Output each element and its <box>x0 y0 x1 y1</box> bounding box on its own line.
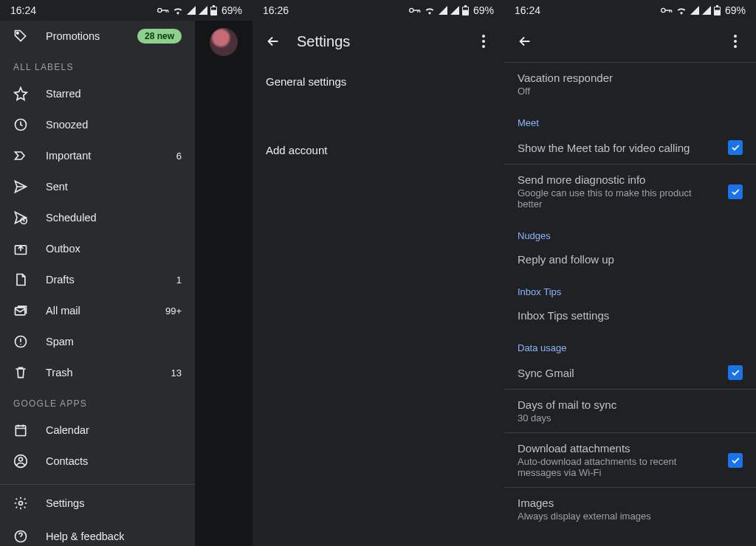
svg-point-13 <box>19 501 23 505</box>
drawer-count: 13 <box>171 367 182 379</box>
setting-title: Days of mail to sync <box>518 398 743 411</box>
checkbox-checked[interactable] <box>728 184 743 199</box>
drawer-item-snoozed[interactable]: Snoozed <box>0 109 195 140</box>
drawer-scrim[interactable] <box>195 21 252 546</box>
setting-inbox-tips[interactable]: Inbox Tips settings <box>504 300 756 331</box>
page-title: Settings <box>297 33 460 50</box>
drawer-item-calendar[interactable]: Calendar <box>0 415 195 446</box>
battery-icon <box>462 5 469 15</box>
drawer-item-all-mail[interactable]: All mail 99+ <box>0 295 195 326</box>
setting-diagnostic-info[interactable]: Send more diagnostic info Google can use… <box>504 165 756 218</box>
section-meet: Meet <box>504 106 756 131</box>
back-button[interactable] <box>258 27 288 56</box>
check-icon <box>730 187 740 197</box>
svg-point-11 <box>19 457 23 461</box>
setting-title: Reply and follow up <box>518 253 743 266</box>
drawer-item-label: Snoozed <box>46 119 182 131</box>
overflow-menu-button[interactable] <box>721 27 750 56</box>
drawer-item-outbox[interactable]: Outbox <box>0 233 195 264</box>
status-time: 16:24 <box>515 4 540 16</box>
spam-icon <box>13 334 28 349</box>
setting-title: Images <box>518 497 743 509</box>
drawer-item-sent[interactable]: Sent <box>0 171 195 202</box>
status-icons: 69% <box>661 4 746 16</box>
setting-subtitle: 30 days <box>518 412 743 424</box>
checkbox-checked[interactable] <box>728 140 743 155</box>
section-nudges: Nudges <box>504 218 756 244</box>
status-time: 16:26 <box>263 4 289 16</box>
drawer-item-label: Scheduled <box>46 212 182 224</box>
setting-download-attachments[interactable]: Download attachments Auto-download attac… <box>504 433 756 487</box>
stacked-mail-icon <box>13 303 28 318</box>
battery-percent: 69% <box>473 4 494 16</box>
overflow-menu-button[interactable] <box>469 27 498 56</box>
setting-subtitle: Google can use this to make this product… <box>518 187 716 210</box>
signal-icon <box>187 6 196 15</box>
send-icon <box>13 179 28 194</box>
svg-rect-22 <box>715 7 720 10</box>
star-icon <box>13 86 28 101</box>
promotions-badge: 28 new <box>137 29 182 44</box>
drawer-item-important[interactable]: Important 6 <box>0 140 195 171</box>
setting-title: Send more diagnostic info <box>518 173 716 186</box>
setting-days-to-sync[interactable]: Days of mail to sync 30 days <box>504 390 756 432</box>
section-inbox-tips: Inbox Tips <box>504 274 756 300</box>
setting-vacation-responder[interactable]: Vacation responder Off <box>504 63 756 106</box>
vpn-key-icon <box>661 7 673 14</box>
drawer-item-label: All mail <box>46 305 148 317</box>
pane-account-settings: 16:24 69% Vacation responder Off Meet Sh… <box>504 0 756 546</box>
drawer-item-label: Important <box>46 150 159 162</box>
setting-subtitle: Always display external images <box>518 511 743 522</box>
drawer-count: 99+ <box>165 305 182 317</box>
drawer-item-help[interactable]: Help & feedback <box>0 521 195 546</box>
svg-rect-3 <box>211 7 216 10</box>
svg-rect-21 <box>716 5 718 7</box>
check-icon <box>730 367 740 378</box>
section-data-usage: Data usage <box>504 331 756 356</box>
drawer-item-trash[interactable]: Trash 13 <box>0 357 195 388</box>
pane-drawer: 16:24 69% Promotions 28 new ALL LABELS S… <box>0 0 252 546</box>
drawer-item-starred[interactable]: Starred <box>0 78 195 109</box>
drawer-item-scheduled[interactable]: Scheduled <box>0 202 195 233</box>
check-icon <box>730 455 740 466</box>
setting-meet-tab[interactable]: Show the Meet tab for video calling <box>504 131 756 164</box>
drawer-count: 1 <box>176 274 182 286</box>
drawer-item-contacts[interactable]: Contacts <box>0 446 195 477</box>
wifi-icon <box>676 6 687 15</box>
drawer-item-label: Settings <box>46 497 182 509</box>
status-bar: 16:26 69% <box>252 0 504 21</box>
drawer-item-label: Sent <box>46 181 182 193</box>
svg-rect-17 <box>464 5 467 7</box>
section-all-labels: ALL LABELS <box>0 52 195 78</box>
setting-images[interactable]: Images Always display external images <box>504 488 756 531</box>
drawer-item-spam[interactable]: Spam <box>0 326 195 357</box>
setting-sync-gmail[interactable]: Sync Gmail <box>504 356 756 389</box>
status-icons: 69% <box>409 4 494 16</box>
drawer-count: 6 <box>176 151 182 162</box>
avatar[interactable] <box>210 28 238 56</box>
checkbox-checked[interactable] <box>728 453 743 468</box>
vpn-key-icon <box>409 7 421 14</box>
drawer-item-label: Contacts <box>46 455 182 467</box>
drawer-item-label: Trash <box>46 367 154 379</box>
wifi-icon <box>424 6 436 15</box>
drawer-item-settings[interactable]: Settings <box>0 484 195 521</box>
nav-drawer: Promotions 28 new ALL LABELS Starred Sno… <box>0 21 195 546</box>
status-time: 16:24 <box>10 4 36 16</box>
signal-icon <box>199 6 207 15</box>
battery-icon <box>714 5 721 15</box>
drawer-item-promotions[interactable]: Promotions 28 new <box>0 21 195 52</box>
more-vert-icon <box>734 35 737 48</box>
check-icon <box>730 142 740 153</box>
tag-icon <box>13 29 28 44</box>
settings-item-add-account[interactable]: Add account <box>252 131 504 170</box>
checkbox-checked[interactable] <box>728 365 743 380</box>
more-vert-icon <box>482 35 485 48</box>
drawer-item-label: Drafts <box>46 274 159 286</box>
back-button[interactable] <box>510 27 540 56</box>
drawer-item-drafts[interactable]: Drafts 1 <box>0 264 195 295</box>
settings-item-general[interactable]: General settings <box>252 62 504 101</box>
signal-icon <box>702 6 711 15</box>
contacts-icon <box>13 454 28 469</box>
setting-reply-follow-up[interactable]: Reply and follow up <box>504 244 756 274</box>
